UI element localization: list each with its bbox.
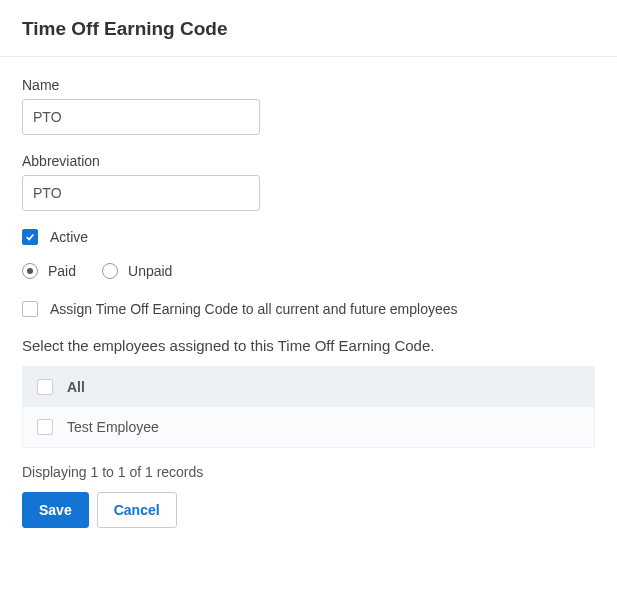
button-row: Save Cancel — [22, 492, 595, 528]
assign-all-checkbox[interactable] — [22, 301, 38, 317]
name-label: Name — [22, 77, 595, 93]
cancel-button[interactable]: Cancel — [97, 492, 177, 528]
active-checkbox[interactable] — [22, 229, 38, 245]
abbreviation-label: Abbreviation — [22, 153, 595, 169]
active-label: Active — [50, 229, 88, 245]
employee-row-name: Test Employee — [67, 419, 159, 435]
pay-type-group: Paid Unpaid — [22, 263, 595, 279]
checkmark-icon — [25, 232, 35, 242]
employee-row-checkbox[interactable] — [37, 419, 53, 435]
employees-header-all-label: All — [67, 379, 85, 395]
unpaid-radio — [102, 263, 118, 279]
abbreviation-input[interactable] — [22, 175, 260, 211]
records-count-text: Displaying 1 to 1 of 1 records — [22, 464, 595, 480]
unpaid-radio-option[interactable]: Unpaid — [102, 263, 172, 279]
page-title: Time Off Earning Code — [22, 18, 595, 40]
active-row: Active — [22, 229, 595, 245]
page-header: Time Off Earning Code — [0, 0, 617, 57]
unpaid-label: Unpaid — [128, 263, 172, 279]
employee-row: Test Employee — [23, 407, 594, 447]
assign-all-label: Assign Time Off Earning Code to all curr… — [50, 301, 458, 317]
abbreviation-field-group: Abbreviation — [22, 153, 595, 211]
paid-radio-option[interactable]: Paid — [22, 263, 76, 279]
paid-radio — [22, 263, 38, 279]
employees-table: All Test Employee — [22, 366, 595, 448]
paid-label: Paid — [48, 263, 76, 279]
assign-all-row: Assign Time Off Earning Code to all curr… — [22, 301, 595, 317]
name-input[interactable] — [22, 99, 260, 135]
save-button[interactable]: Save — [22, 492, 89, 528]
select-all-checkbox[interactable] — [37, 379, 53, 395]
name-field-group: Name — [22, 77, 595, 135]
employees-header-row: All — [23, 367, 594, 407]
form-body: Name Abbreviation Active Paid Unpaid Ass… — [0, 57, 617, 538]
employees-subheading: Select the employees assigned to this Ti… — [22, 337, 595, 354]
